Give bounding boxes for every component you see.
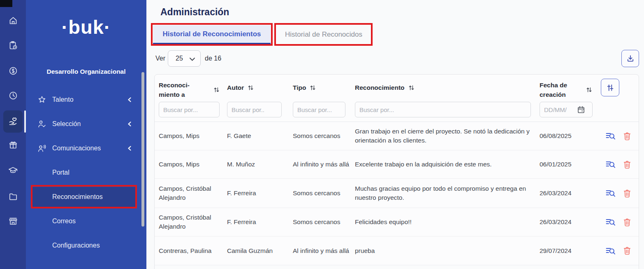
cell-reconocimiento: Muchas gracias equipo por todo el compro… xyxy=(355,179,536,208)
trash-icon xyxy=(623,218,631,227)
calendar-icon[interactable] xyxy=(577,105,585,114)
dollar-circle-icon[interactable] xyxy=(0,63,26,79)
delete-button[interactable] xyxy=(622,179,632,208)
cell-reconocimiento: Felicidades equipo!! xyxy=(355,208,536,236)
cell-reconocimiento: prueba xyxy=(355,236,536,265)
page-size-label: Ver xyxy=(155,50,165,67)
download-button[interactable] xyxy=(621,50,639,67)
chevron-left-icon xyxy=(126,145,133,152)
cell-fecha: 06/08/2025 xyxy=(540,122,585,150)
delete-button[interactable] xyxy=(622,150,632,178)
tab-historial-de-reconocidos[interactable]: Historial de Reconocidos xyxy=(276,25,371,44)
page-size-value: 25 xyxy=(176,55,183,62)
page-title: Administración xyxy=(160,7,229,18)
download-icon xyxy=(626,54,635,63)
person-voice-icon xyxy=(37,143,47,153)
view-details-button[interactable] xyxy=(605,179,617,208)
filter-input-tipo[interactable] xyxy=(293,102,345,117)
sidebar-rail xyxy=(0,0,26,269)
sidebar-item-label: Correos xyxy=(52,218,76,225)
gift-icon[interactable] xyxy=(0,137,26,153)
column-settings-button[interactable] xyxy=(601,79,619,96)
sidebar-item-label: Portal xyxy=(52,169,69,176)
trash-icon xyxy=(623,160,631,169)
cell-autor: Camila Guzmán xyxy=(227,236,287,265)
table-row: Campos, Mips F. Gaete Somos cercanos Gra… xyxy=(155,122,639,150)
chevron-left-icon xyxy=(126,96,133,103)
buk-logo: ·buk· xyxy=(26,16,146,38)
cell-reconocimiento-a: Campos, Mips xyxy=(159,150,222,178)
column-header-fecha-de-creacion: Fecha de creación xyxy=(540,80,592,99)
cell-tipo: Somos cercanos xyxy=(293,208,352,236)
total-count-label: de 16 xyxy=(205,50,221,67)
filter-input-fecha[interactable] xyxy=(544,106,576,113)
storefront-icon[interactable] xyxy=(0,213,26,229)
sidebar-item-configuraciones[interactable]: Configuraciones xyxy=(26,237,146,254)
list-search-icon xyxy=(605,160,616,169)
table-row: Campos, Cristóbal Alejandro F. Ferreira … xyxy=(155,208,639,236)
sidebar-item-label: Configuraciones xyxy=(52,242,100,249)
view-details-button[interactable] xyxy=(605,236,617,265)
sort-icon[interactable] xyxy=(586,87,592,93)
cell-reconocimiento: Excelente trabajo en la adquisición de e… xyxy=(355,150,536,178)
cell-tipo: Al infinito y más allá xyxy=(293,236,352,265)
tab-historial-de-reconocimientos[interactable]: Historial de Reconocimientos xyxy=(153,25,271,44)
view-details-button[interactable] xyxy=(605,150,617,178)
trash-icon xyxy=(623,132,631,140)
trash-icon xyxy=(623,246,631,255)
table-row: Contreras, Paulina Camila Guzmán Al infi… xyxy=(155,236,639,265)
clipboard-clock-icon[interactable] xyxy=(0,37,26,54)
graduation-cap-icon[interactable] xyxy=(0,162,26,178)
delete-button[interactable] xyxy=(622,208,632,236)
sidebar-scrollbar-thumb[interactable] xyxy=(141,72,144,227)
cell-tipo: Somos cercanos xyxy=(293,179,352,208)
filter-input-autor[interactable] xyxy=(227,102,282,117)
filter-date-field[interactable] xyxy=(540,102,593,117)
column-header-autor: Autor xyxy=(227,83,254,92)
sidebar-item-label: Comunicaciones xyxy=(52,145,101,152)
list-search-icon xyxy=(605,218,616,227)
clock-icon[interactable] xyxy=(0,87,26,104)
cell-autor: F. Gaete xyxy=(227,122,287,150)
view-details-button[interactable] xyxy=(605,208,617,236)
person-check-icon xyxy=(37,119,47,129)
folder-icon[interactable] xyxy=(0,188,26,205)
sidebar-item-portal[interactable]: Portal xyxy=(26,164,146,181)
sidebar-item-talento[interactable]: Talento xyxy=(26,91,146,108)
cell-reconocimiento-a: Campos, Mips xyxy=(159,122,222,150)
cell-reconocimiento-a: Campos, Cristóbal Alejandro xyxy=(159,179,222,208)
sidebar-item-reconocimientos[interactable]: Reconocimientos xyxy=(26,189,146,205)
cell-reconocimiento-a: Contreras, Paulina xyxy=(159,236,222,265)
sidebar-item-label: Selección xyxy=(52,120,81,128)
sliders-icon xyxy=(606,84,614,92)
tab-label: Historial de Reconocimientos xyxy=(163,30,261,38)
home-icon[interactable] xyxy=(0,12,26,29)
cell-fecha: 26/03/2024 xyxy=(540,179,585,208)
sidebar-item-comunicaciones[interactable]: Comunicaciones xyxy=(26,140,146,157)
column-header-reconocimiento-a: Reconoci- miento a xyxy=(159,80,220,99)
view-details-button[interactable] xyxy=(605,122,617,150)
page-size-select[interactable]: 25 xyxy=(168,50,201,67)
delete-button[interactable] xyxy=(622,122,632,150)
sort-icon[interactable] xyxy=(310,84,316,91)
column-header-tipo: Tipo xyxy=(293,83,316,92)
column-header-reconocimiento: Reconocimiento xyxy=(355,83,415,92)
sidebar-item-label: Talento xyxy=(52,96,74,103)
table-row: Campos, Mips M. Muñoz Al infinito y más … xyxy=(155,150,639,179)
hand-heart-icon[interactable] xyxy=(0,113,26,130)
sidebar-item-correos[interactable]: Correos xyxy=(26,213,146,229)
table-row-partial xyxy=(155,265,639,269)
sidebar-item-seleccion[interactable]: Selección xyxy=(26,116,146,132)
sort-icon[interactable] xyxy=(213,87,220,93)
sort-icon[interactable] xyxy=(408,84,415,91)
filter-input-reconocimiento[interactable] xyxy=(355,102,531,117)
chevron-left-icon xyxy=(126,120,133,128)
cell-autor: F. Ferreira xyxy=(227,208,287,236)
delete-button[interactable] xyxy=(622,236,632,265)
cell-tipo: Al infinito y más allá xyxy=(293,150,352,178)
trash-icon xyxy=(623,189,631,198)
filter-input-reconocimiento-a[interactable] xyxy=(159,102,220,117)
sidebar-item-label: Reconocimientos xyxy=(52,193,103,201)
sort-icon[interactable] xyxy=(248,84,254,91)
module-title: Desarrollo Organizacional xyxy=(26,68,146,75)
